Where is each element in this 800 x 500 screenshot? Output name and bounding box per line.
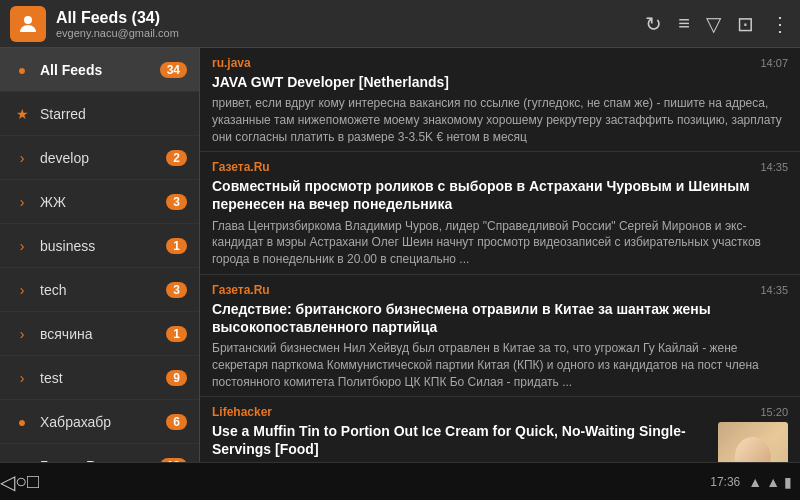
svg-point-2 (735, 437, 771, 462)
feed-with-thumb: Use a Muffin Tin to Portion Out Ice Crea… (212, 422, 788, 462)
sidebar-item-label: Starred (40, 106, 187, 122)
tech-count: 3 (166, 282, 187, 298)
top-bar: All Feeds (34) evgeny.nacu@gmail.com ↻ ≡… (0, 0, 800, 48)
user-email: evgeny.nacu@gmail.com (56, 27, 645, 39)
develop-count: 2 (166, 150, 187, 166)
all-feeds-icon: ● (12, 62, 32, 78)
top-bar-icons: ↻ ≡ ▽ ⊡ ⋮ (645, 12, 790, 36)
feed-header: Lifehacker 15:20 (212, 405, 788, 419)
all-feeds-count: 34 (160, 62, 187, 78)
app-icon (10, 6, 46, 42)
list-view-icon[interactable]: ≡ (678, 12, 690, 35)
chevron-icon: › (12, 282, 32, 298)
recents-icon[interactable]: □ (27, 470, 39, 493)
chevron-icon: › (12, 238, 32, 254)
chevron-icon: › (12, 326, 32, 342)
chevron-icon: › (12, 150, 32, 166)
feed-content[interactable]: ru.java 14:07 JAVA GWT Developer [Nether… (200, 48, 800, 462)
filter-icon[interactable]: ▽ (706, 12, 721, 36)
feed-body: Глава Центризбиркома Владимир Чуров, лид… (212, 218, 788, 266)
sidebar-item-label: develop (40, 150, 166, 166)
feed-time: 14:35 (760, 284, 788, 296)
nav-bar: ◁ ○ □ 17:36 ▲ ▲ ▮ (0, 462, 800, 500)
feed-item[interactable]: Газета.Ru 14:35 Следствие: британского б… (200, 275, 800, 397)
sidebar-item-khabrahabr[interactable]: ● Хабрахабр 6 (0, 400, 199, 444)
main-area: ● All Feeds 34 ★ Starred › develop 2 › Ж… (0, 48, 800, 462)
dot-icon: ● (12, 414, 32, 430)
test-count: 9 (166, 370, 187, 386)
sidebar-item-gazeta[interactable]: ● Газета.Ru 10 (0, 444, 199, 462)
sidebar-item-label: всячина (40, 326, 166, 342)
sidebar-item-label: test (40, 370, 166, 386)
feed-header: ru.java 14:07 (212, 56, 788, 70)
feed-time: 15:20 (760, 406, 788, 418)
signal-icon: ▲ (766, 474, 780, 490)
feed-item[interactable]: ru.java 14:07 JAVA GWT Developer [Nether… (200, 48, 800, 152)
sidebar: ● All Feeds 34 ★ Starred › develop 2 › Ж… (0, 48, 200, 462)
sidebar-item-vschina[interactable]: › всячина 1 (0, 312, 199, 356)
battery-icon: ▮ (784, 474, 792, 490)
feed-title: Следствие: британского бизнесмена отрави… (212, 300, 788, 336)
sidebar-item-label: Хабрахабр (40, 414, 166, 430)
camera-icon[interactable]: ⊡ (737, 12, 754, 36)
sidebar-item-label: business (40, 238, 166, 254)
refresh-icon[interactable]: ↻ (645, 12, 662, 36)
sidebar-item-starred[interactable]: ★ Starred (0, 92, 199, 136)
home-icon[interactable]: ○ (15, 470, 27, 493)
chevron-icon: › (12, 370, 32, 386)
sidebar-item-label: All Feeds (40, 62, 160, 78)
feed-title: Use a Muffin Tin to Portion Out Ice Crea… (212, 422, 710, 458)
feed-text-block: Use a Muffin Tin to Portion Out Ice Crea… (212, 422, 710, 462)
status-time: 17:36 (710, 475, 740, 489)
feed-source: Газета.Ru (212, 283, 270, 297)
sidebar-item-label: ЖЖ (40, 194, 166, 210)
feed-item[interactable]: Lifehacker 15:20 Use a Muffin Tin to Por… (200, 397, 800, 462)
feed-item[interactable]: Газета.Ru 14:35 Совместный просмотр роли… (200, 152, 800, 274)
business-count: 1 (166, 238, 187, 254)
sidebar-item-develop[interactable]: › develop 2 (0, 136, 199, 180)
sidebar-item-test[interactable]: › test 9 (0, 356, 199, 400)
wifi-icon: ▲ (748, 474, 762, 490)
sidebar-item-business[interactable]: › business 1 (0, 224, 199, 268)
feed-time: 14:35 (760, 161, 788, 173)
feed-body: Британский бизнесмен Нил Хейвуд был отра… (212, 340, 788, 388)
feed-title: JAVA GWT Developer [Netherlands] (212, 73, 788, 91)
feed-time: 14:07 (760, 57, 788, 69)
sidebar-item-zhzh[interactable]: › ЖЖ 3 (0, 180, 199, 224)
sidebar-item-tech[interactable]: › tech 3 (0, 268, 199, 312)
more-icon[interactable]: ⋮ (770, 12, 790, 36)
feed-title: Совместный просмотр роликов с выборов в … (212, 177, 788, 213)
feed-source: ru.java (212, 56, 251, 70)
feed-body: привет, если вдруг кому интересна ваканс… (212, 95, 788, 143)
zhzh-count: 3 (166, 194, 187, 210)
feed-source: Lifehacker (212, 405, 272, 419)
sidebar-item-all-feeds[interactable]: ● All Feeds 34 (0, 48, 199, 92)
chevron-icon: › (12, 194, 32, 210)
feed-thumbnail (718, 422, 788, 462)
feed-header: Газета.Ru 14:35 (212, 283, 788, 297)
title-block: All Feeds (34) evgeny.nacu@gmail.com (56, 9, 645, 39)
sidebar-item-label: tech (40, 282, 166, 298)
khabrahabr-count: 6 (166, 414, 187, 430)
feed-header: Газета.Ru 14:35 (212, 160, 788, 174)
vschina-count: 1 (166, 326, 187, 342)
ice-cream-image (718, 422, 788, 462)
app-title: All Feeds (34) (56, 9, 645, 27)
svg-point-0 (24, 16, 32, 24)
feed-source: Газета.Ru (212, 160, 270, 174)
star-icon: ★ (12, 106, 32, 122)
back-icon[interactable]: ◁ (0, 470, 15, 494)
